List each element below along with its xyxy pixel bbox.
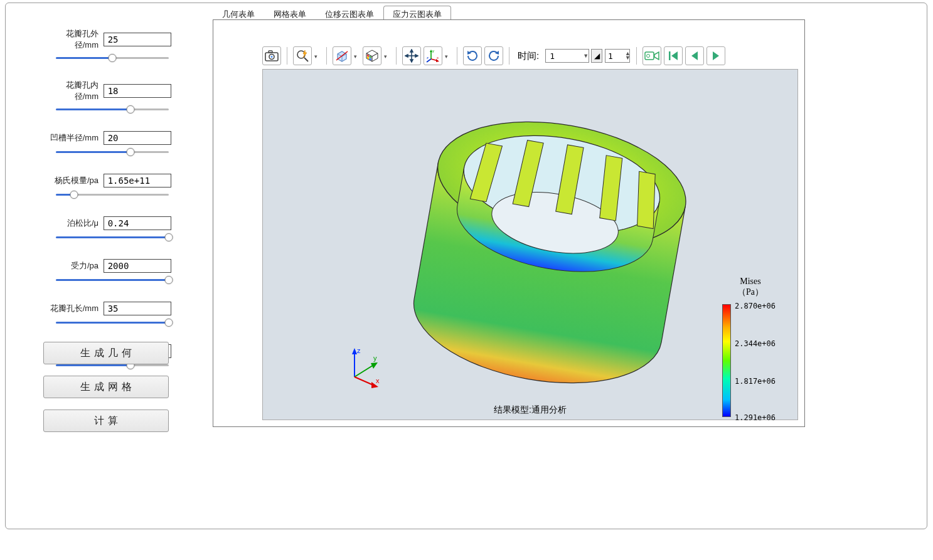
slider-groove-radius[interactable] [56,147,169,156]
time-label: 时间: [518,50,539,62]
param-row-poisson: 泊松比/μ [50,216,188,241]
svg-text:y: y [373,354,377,362]
svg-marker-24 [415,55,418,57]
svg-marker-40 [691,51,698,60]
svg-rect-49 [637,171,656,228]
calculate-button[interactable]: 计算 [43,409,169,432]
param-input-poisson[interactable] [104,216,171,230]
param-row-inner-radius: 花瓣孔内径/mm [50,80,188,114]
svg-rect-38 [669,51,671,60]
main-panel: 花瓣孔外径/mm 花瓣孔内径/mm 凹槽半径/mm 杨氏模量/pa 泊松比/μ … [5,3,927,529]
slider-outer-radius[interactable] [56,53,169,62]
svg-point-2 [271,56,273,58]
fea-model [401,95,690,389]
svg-text:x: x [376,377,380,384]
reload-cw-icon[interactable] [463,46,482,65]
param-input-outer-radius[interactable] [104,33,171,46]
generate-geometry-button[interactable]: 生成几何 [43,342,169,364]
transparent-box-icon[interactable] [333,46,351,65]
slider-inner-radius[interactable] [56,105,169,114]
svg-line-5 [304,58,308,61]
param-label: 花瓣孔内径/mm [50,80,99,102]
param-row-young-modulus: 杨氏模量/pa [50,174,188,199]
time-dropdown[interactable] [545,49,589,63]
result-label: 结果模型:通用分析 [494,404,567,416]
viewport: yxz 时间: ▼ ◢ ▲▼ [213,19,805,427]
move-crosshair-icon[interactable] [402,46,421,65]
param-label: 花瓣孔外径/mm [50,28,99,51]
legend-tick: 2.870e+06 [735,302,776,310]
generate-mesh-button[interactable]: 生成网格 [43,376,169,398]
camcorder-icon[interactable] [642,46,661,65]
axes-xyz-icon[interactable]: yxz [424,46,442,65]
svg-marker-21 [410,50,413,52]
legend-tick: 1.291e+06 [735,413,776,422]
legend-title-1: Mises [716,277,785,287]
param-label: 花瓣孔长/mm [50,303,99,314]
svg-text:z: z [357,347,361,354]
param-label: 凹槽半径/mm [50,132,99,144]
svg-point-37 [647,55,650,58]
param-input-hole-length[interactable] [104,302,171,315]
render-canvas[interactable]: z y x 结果模型:通用分析 Mises （Pa） 2.870e+06 2.3… [262,69,798,420]
svg-marker-23 [405,55,408,57]
legend-tick: 1.817e+06 [735,377,776,386]
svg-line-53 [355,364,375,377]
legend-gradient [722,304,731,417]
svg-marker-51 [352,348,357,354]
viewer-toolbar: yxz 时间: ▼ ◢ ▲▼ [262,44,798,68]
param-label: 泊松比/μ [50,218,99,229]
svg-text:x: x [437,56,439,60]
legend-title-2: （Pa） [716,287,785,298]
slider-poisson[interactable] [56,233,169,241]
param-input-force[interactable] [104,259,171,273]
sidebar: 花瓣孔外径/mm 花瓣孔内径/mm 凹槽半径/mm 杨氏模量/pa 泊松比/μ … [50,28,188,387]
action-buttons: 生成几何 生成网格 计算 [43,342,169,443]
axes-triad: z y x [342,346,386,389]
param-label: 杨氏模量/pa [50,175,99,186]
step-spinner[interactable] [605,49,630,63]
color-legend: Mises （Pa） 2.870e+06 2.344e+06 1.817e+06… [716,277,785,298]
svg-text:y: y [432,49,434,53]
svg-point-4 [297,51,305,58]
slider-force[interactable] [56,275,169,284]
rubik-color-icon[interactable] [363,46,381,65]
param-row-groove-radius: 凹槽半径/mm [50,131,188,156]
svg-marker-39 [671,51,678,60]
param-row-force: 受力/pa [50,259,188,284]
param-input-young-modulus[interactable] [104,174,171,188]
svg-marker-36 [654,52,659,60]
play-prev-icon[interactable] [685,46,704,65]
skip-first-icon[interactable] [664,46,683,65]
play-next-icon[interactable] [706,46,725,65]
reload-ccw-icon[interactable] [484,46,503,65]
param-input-groove-radius[interactable] [104,131,171,145]
svg-marker-41 [713,51,719,60]
camera-icon[interactable] [262,46,281,65]
param-input-inner-radius[interactable] [104,84,171,98]
svg-text:z: z [427,56,429,60]
scale-toggle-icon[interactable]: ◢ [591,49,602,63]
param-row-hole-length: 花瓣孔长/mm [50,302,188,327]
legend-tick: 2.344e+06 [735,339,776,348]
svg-rect-3 [269,51,272,53]
param-row-outer-radius: 花瓣孔外径/mm [50,28,188,62]
zoom-flash-icon[interactable] [293,46,312,65]
param-label: 受力/pa [50,260,99,272]
slider-hole-length[interactable] [56,318,169,327]
svg-marker-22 [410,60,413,62]
slider-young-modulus[interactable] [56,190,169,199]
